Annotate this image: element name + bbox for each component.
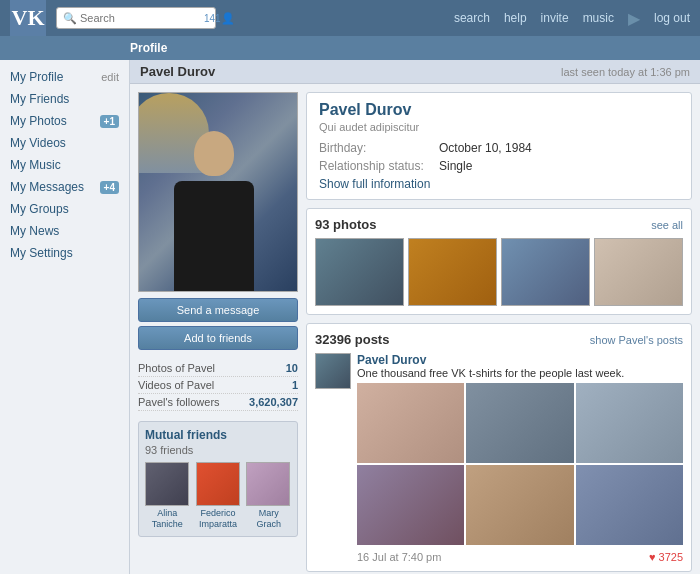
sidebar-edit-profile[interactable]: edit [101, 71, 119, 83]
photos-section: 93 photos see all [306, 208, 692, 315]
mutual-friends-title: Mutual friends [145, 428, 291, 442]
search-icon: 🔍 [63, 12, 77, 25]
search-count: 141 [204, 13, 221, 24]
nav-music[interactable]: music [583, 11, 614, 25]
post-image-4[interactable] [357, 465, 464, 545]
sidebar-link-photos[interactable]: My Photos [10, 114, 67, 128]
send-message-button[interactable]: Send a message [138, 298, 298, 322]
nav-search[interactable]: search [454, 11, 490, 25]
right-column: Pavel Durov Qui audet adipiscitur Birthd… [306, 92, 692, 572]
photos-grid [315, 238, 683, 306]
post-image-3[interactable] [576, 383, 683, 463]
post-likes[interactable]: ♥ 3725 [649, 551, 683, 563]
sidebar-badge-messages: +4 [100, 181, 119, 194]
post-text: One thousand free VK t-shirts for the pe… [357, 367, 683, 379]
vk-logo[interactable]: VK [10, 0, 46, 36]
nav-help[interactable]: help [504, 11, 527, 25]
friend-avatar-3 [246, 462, 290, 506]
sidebar-link-settings[interactable]: My Settings [10, 246, 73, 260]
friend-item-2[interactable]: Federico Imparatta [196, 462, 241, 530]
photo-thumb-1[interactable] [315, 238, 404, 306]
post-item: Pavel Durov One thousand free VK t-shirt… [315, 353, 683, 563]
post-images-grid [357, 383, 683, 545]
post-author-avatar[interactable] [315, 353, 351, 389]
friend-item-1[interactable]: Alina Taniche [145, 462, 190, 530]
videos-stat-value: 1 [292, 379, 298, 391]
nav-separator: ▶ [628, 9, 640, 28]
post-image-1[interactable] [357, 383, 464, 463]
friend-name-1: Alina Taniche [145, 508, 190, 530]
friend-avatar-2 [196, 462, 240, 506]
action-buttons: Send a message Add to friends [138, 298, 298, 350]
post-image-6[interactable] [576, 465, 683, 545]
profile-motto: Qui audet adipiscitur [319, 121, 679, 133]
birthday-label: Birthday: [319, 141, 439, 155]
relationship-row: Relationship status: Single [319, 159, 679, 173]
sidebar-item-friends[interactable]: My Friends [0, 88, 129, 110]
avatar-body [174, 181, 254, 291]
main-layout: My Profile edit My Friends My Photos +1 … [0, 60, 700, 574]
show-full-info[interactable]: Show full information [319, 177, 679, 191]
photos-section-header: 93 photos see all [315, 217, 683, 232]
sidebar-link-messages[interactable]: My Messages [10, 180, 84, 194]
profile-name-header: Pavel Durov [140, 64, 215, 79]
sidebar-item-photos[interactable]: My Photos +1 [0, 110, 129, 132]
post-author-name[interactable]: Pavel Durov [357, 353, 683, 367]
sidebar-link-groups[interactable]: My Groups [10, 202, 69, 216]
relationship-label: Relationship status: [319, 159, 439, 173]
profile-info-card: Pavel Durov Qui audet adipiscitur Birthd… [306, 92, 692, 200]
videos-stat-label: Videos of Pavel [138, 379, 214, 391]
videos-stat: Videos of Pavel 1 [138, 377, 298, 394]
stats-section: Photos of Pavel 10 Videos of Pavel 1 Pav… [138, 360, 298, 411]
sidebar-item-news[interactable]: My News [0, 220, 129, 242]
sidebar-item-groups[interactable]: My Groups [0, 198, 129, 220]
mutual-friends-section: Mutual friends 93 friends Alina Taniche … [138, 421, 298, 537]
see-all-photos[interactable]: see all [651, 219, 683, 231]
birthday-row: Birthday: October 10, 1984 [319, 141, 679, 155]
sidebar-item-music[interactable]: My Music [0, 154, 129, 176]
post-footer: 16 Jul at 7:40 pm ♥ 3725 [357, 551, 683, 563]
search-input[interactable] [80, 12, 200, 24]
followers-stat-value: 3,620,307 [249, 396, 298, 408]
photos-title: 93 photos [315, 217, 376, 232]
profile-tab: Profile [0, 36, 700, 60]
mutual-friends-count: 93 friends [145, 444, 291, 456]
profile-body: Send a message Add to friends Photos of … [130, 84, 700, 574]
sidebar-link-videos[interactable]: My Videos [10, 136, 66, 150]
sidebar: My Profile edit My Friends My Photos +1 … [0, 60, 130, 574]
sidebar-item-settings[interactable]: My Settings [0, 242, 129, 264]
sidebar-link-music[interactable]: My Music [10, 158, 61, 172]
sidebar-item-messages[interactable]: My Messages +4 [0, 176, 129, 198]
show-posts-link[interactable]: show Pavel's posts [590, 334, 683, 346]
post-image-2[interactable] [466, 383, 573, 463]
sidebar-item-profile[interactable]: My Profile edit [0, 66, 129, 88]
friend-item-3[interactable]: Mary Grach [246, 462, 291, 530]
sidebar-link-friends[interactable]: My Friends [10, 92, 69, 106]
sidebar-item-videos[interactable]: My Videos [0, 132, 129, 154]
post-image-5[interactable] [466, 465, 573, 545]
nav-invite[interactable]: invite [541, 11, 569, 25]
photos-stat-value: 10 [286, 362, 298, 374]
posts-title: 32396 posts [315, 332, 389, 347]
photo-thumb-2[interactable] [408, 238, 497, 306]
friend-name-2: Federico Imparatta [196, 508, 241, 530]
sidebar-link-news[interactable]: My News [10, 224, 59, 238]
avatar-photo [138, 92, 298, 292]
profile-display-name: Pavel Durov [319, 101, 679, 119]
followers-stat: Pavel's followers 3,620,307 [138, 394, 298, 411]
photos-stat-label: Photos of Pavel [138, 362, 215, 374]
photo-thumb-3[interactable] [501, 238, 590, 306]
add-friends-button[interactable]: Add to friends [138, 326, 298, 350]
friends-avatars: Alina Taniche Federico Imparatta Mary Gr… [145, 462, 291, 530]
search-box: 🔍 141 👤 [56, 7, 216, 29]
posts-section-header: 32396 posts show Pavel's posts [315, 332, 683, 347]
content: Pavel Durov last seen today at 1:36 pm S… [130, 60, 700, 574]
photo-thumb-4[interactable] [594, 238, 683, 306]
post-content: Pavel Durov One thousand free VK t-shirt… [357, 353, 683, 563]
avatar-silhouette [169, 121, 259, 291]
post-date: 16 Jul at 7:40 pm [357, 551, 441, 563]
nav-logout[interactable]: log out [654, 11, 690, 25]
friend-name-3: Mary Grach [246, 508, 291, 530]
sidebar-link-profile[interactable]: My Profile [10, 70, 63, 84]
profile-tab-label[interactable]: Profile [130, 41, 167, 55]
